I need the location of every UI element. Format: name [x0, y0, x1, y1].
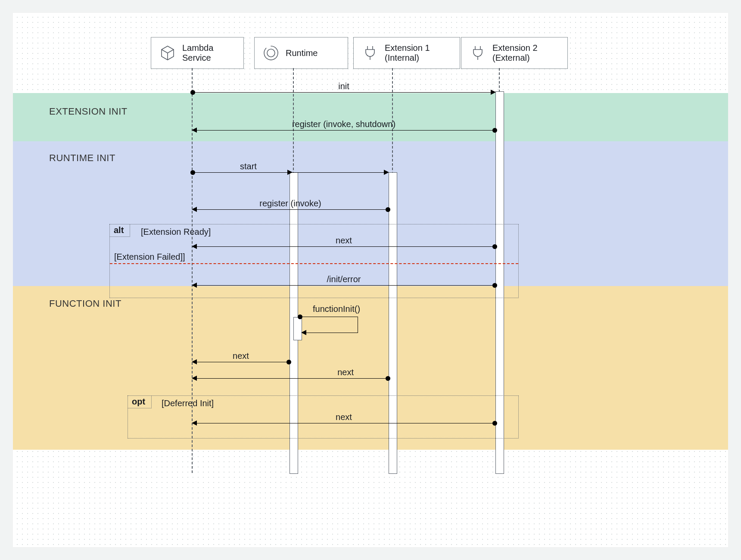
msg-label: next — [337, 367, 354, 377]
fragment-opt: opt [Deferred Init] — [128, 395, 519, 439]
msg-label: next — [233, 351, 249, 361]
msg-label: register (invoke, shutdown) — [292, 119, 395, 129]
participant-ext1: Extension 1 (Internal) — [353, 37, 460, 69]
fragment-tag: alt — [109, 224, 130, 237]
plug-icon — [361, 44, 379, 62]
plug-icon — [469, 44, 486, 62]
phase-label-function: FUNCTION INIT — [49, 298, 121, 309]
msg-next-ext1: next — [193, 370, 388, 380]
phase-label-runtime: RUNTIME INIT — [49, 152, 115, 164]
participant-lambda: Lambda Service — [151, 37, 244, 69]
participant-runtime: Runtime — [254, 37, 348, 69]
fragment-tag: opt — [128, 395, 152, 408]
phase-label-extension: EXTENSION INIT — [49, 106, 128, 117]
msg-functioninit: functionInit() — [298, 314, 358, 336]
msg-label: start — [240, 162, 257, 171]
participant-ext2: Extension 2 (External) — [461, 37, 568, 69]
guard-ready: [Extension Ready] — [141, 227, 211, 237]
diagram-canvas: EXTENSION INIT RUNTIME INIT FUNCTION INI… — [13, 13, 728, 547]
cube-icon — [159, 44, 176, 62]
participant-label: Runtime — [286, 48, 318, 58]
msg-label: init — [338, 81, 349, 91]
participant-label: Extension 2 (External) — [492, 43, 538, 63]
participant-label: Extension 1 (Internal) — [385, 43, 430, 63]
msg-next-runtime: next — [193, 353, 289, 364]
svg-point-0 — [267, 49, 275, 57]
spinner-icon — [262, 44, 280, 62]
msg-label: register (invoke) — [259, 199, 321, 208]
msg-label: functionInit() — [313, 304, 360, 314]
participant-label: Lambda Service — [182, 43, 213, 63]
msg-register-ext1: register (invoke) — [193, 201, 388, 211]
fragment-alt: alt [Extension Ready] [Extension Failed]… — [109, 224, 519, 298]
msg-register-ext2: register (invoke, shutdown) — [193, 121, 495, 132]
msg-init: init — [193, 84, 495, 94]
msg-start: start — [193, 164, 388, 174]
alt-divider — [110, 263, 518, 264]
guard-deferred: [Deferred Init] — [162, 398, 214, 408]
phase-extension-init — [13, 93, 728, 141]
guard-failed: [Extension Failed]] — [114, 252, 185, 262]
